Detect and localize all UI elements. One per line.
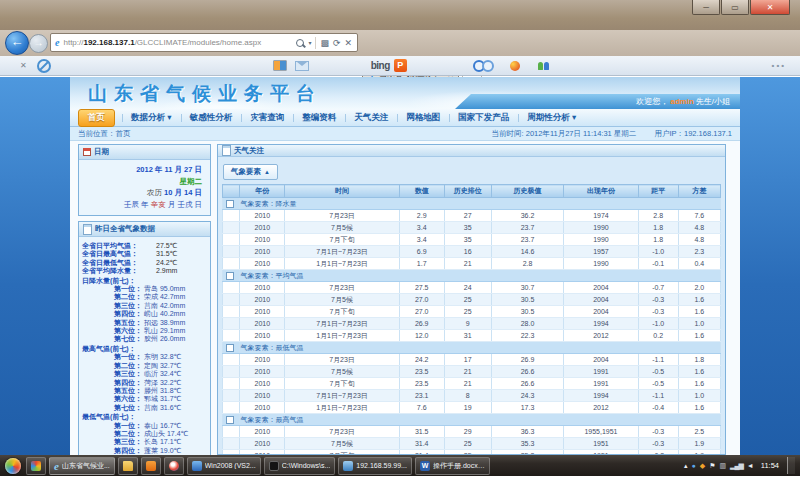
yesterday-panel-header: 昨日全省气象数据 xyxy=(79,222,210,237)
table-row: 20107月23日24.21726.92004-1.11.8 xyxy=(223,354,721,366)
table-cell: 7月23日 xyxy=(285,354,400,366)
row-checkbox-cell xyxy=(223,390,240,402)
mail-icon[interactable] xyxy=(295,61,309,71)
rank-line: 第二位：成山头 17.4℃ xyxy=(82,430,207,438)
nav-item[interactable]: 网格地图 xyxy=(397,110,449,126)
table-cell: 1.8 xyxy=(638,234,678,246)
table-cell: 3.4 xyxy=(399,222,444,234)
taskbar-button-cmd[interactable]: C:\Windows\s... xyxy=(264,457,336,475)
url-dropdown-icon[interactable]: ▾ xyxy=(308,39,311,46)
show-desktop-button[interactable] xyxy=(787,457,795,474)
taskbar: 山东省气候业...Win2008 (VS2...C:\Windows\s...1… xyxy=(0,455,800,476)
back-button[interactable]: ← xyxy=(5,31,29,55)
group-row[interactable]: 气象要素：最高气温 xyxy=(223,414,721,426)
display-icon[interactable]: ▥ xyxy=(719,462,726,469)
group-checkbox[interactable] xyxy=(226,272,234,280)
document-icon xyxy=(222,145,231,156)
table-cell: -1.1 xyxy=(638,354,678,366)
rank-label: 第四位： xyxy=(82,379,142,387)
table-header-cell: 时间 xyxy=(285,185,400,198)
page-header: 山东省气候业务平台 欢迎您， admin 先生/小姐 xyxy=(70,77,740,109)
search-icon[interactable] xyxy=(296,39,304,47)
row-checkbox-cell xyxy=(223,318,240,330)
table-cell: 21 xyxy=(444,366,491,378)
stat-label: 全省日最低气温： xyxy=(82,259,156,267)
table-cell: 2004 xyxy=(564,282,639,294)
compatibility-view-icon[interactable]: ▩ xyxy=(320,38,329,48)
address-bar[interactable]: http://192.168.137.1/GLCCLIMATE/modules/… xyxy=(50,33,358,52)
weather-focus-body: 气象要素▲ 年份时间数值历史排位历史极值出现年份距平方差 气象要素：降水量201… xyxy=(218,157,725,455)
table-cell: 1991 xyxy=(564,366,639,378)
row-checkbox-cell xyxy=(223,354,240,366)
start-button[interactable] xyxy=(5,458,21,474)
close-button[interactable]: ✕ xyxy=(750,0,790,15)
stat-line: 全省日最高气温：31.5℃ xyxy=(82,250,207,258)
nav-item[interactable]: 国家下发产品 xyxy=(449,110,518,126)
toolbar-overflow-icon[interactable]: ••• xyxy=(772,61,786,70)
calendar-panel-header: 日期 xyxy=(79,145,210,160)
nav-item[interactable]: 数据分析 ▾ xyxy=(122,110,181,126)
rank-label: 第一位： xyxy=(82,285,142,293)
nav-item[interactable]: 首页 xyxy=(78,109,115,127)
taskbar-button-remote[interactable]: 192.168.59.99... xyxy=(338,457,412,475)
taskbar-button-app-round[interactable] xyxy=(164,457,184,475)
people-icon[interactable] xyxy=(538,62,549,70)
nav-item[interactable]: 周期性分析 ▾ xyxy=(518,110,585,126)
table-row: 20107月1日~7月23日6.91614.61957-1.02.3 xyxy=(223,246,721,258)
group-row[interactable]: 气象要素：降水量 xyxy=(223,198,721,210)
nav-item[interactable]: 整编资料 xyxy=(293,110,345,126)
table-cell: 31.4 xyxy=(399,438,444,450)
security-shield-icon[interactable]: ◆ xyxy=(700,462,705,469)
table-cell: 1.6 xyxy=(678,366,720,378)
nav-item[interactable]: 天气关注 xyxy=(345,110,397,126)
table-cell: 35 xyxy=(444,234,491,246)
group-checkbox[interactable] xyxy=(226,200,234,208)
taskbar-button-app-orange[interactable] xyxy=(141,457,161,475)
taskbar-clock[interactable]: 11:54 xyxy=(761,461,779,470)
bing-logo[interactable]: bing xyxy=(371,60,390,71)
action-center-flag-icon[interactable]: ⚑ xyxy=(709,462,715,469)
url-text: http://192.168.137.1/GLCCLIMATE/modules/… xyxy=(63,38,291,47)
network-globe-icon[interactable]: ● xyxy=(692,462,696,469)
group-row[interactable]: 气象要素：平均气温 xyxy=(223,270,721,282)
nav-item[interactable]: 灾害查询 xyxy=(241,110,293,126)
taskbar-button-word[interactable]: 操作手册.docx ... xyxy=(415,457,490,475)
table-cell: -1.1 xyxy=(638,390,678,402)
images-icon[interactable] xyxy=(273,60,287,71)
taskbar-button-pinned[interactable] xyxy=(26,457,46,475)
group-checkbox[interactable] xyxy=(226,344,234,352)
table-cell: 7月5候 xyxy=(285,294,400,306)
table-cell: 2010 xyxy=(240,354,285,366)
group-checkbox[interactable] xyxy=(226,416,234,424)
volume-icon[interactable]: ◄ xyxy=(747,462,754,469)
rank-line: 第四位：菏泽 32.2℃ xyxy=(82,379,207,387)
blocked-icon[interactable] xyxy=(37,59,51,73)
sparkle-icon[interactable] xyxy=(510,61,520,71)
stop-icon[interactable]: ✕ xyxy=(344,38,352,48)
p-app-icon[interactable] xyxy=(394,59,407,72)
rank-value: 滕州 31.8℃ xyxy=(144,387,181,395)
table-cell: 24.3 xyxy=(491,390,563,402)
rank-line: 第一位：泰山 16.7℃ xyxy=(82,422,207,430)
table-header-cell: 数值 xyxy=(399,185,444,198)
group-row[interactable]: 气象要素：最低气温 xyxy=(223,342,721,354)
table-cell: 1.0 xyxy=(678,390,720,402)
table-cell: -0.4 xyxy=(638,402,678,414)
taskbar-button-folder[interactable] xyxy=(118,457,138,475)
network-bars-icon[interactable]: ▂▄▆ xyxy=(730,462,743,469)
circles-icon[interactable] xyxy=(473,60,494,72)
hidden-icons-arrow-icon[interactable]: ▴ xyxy=(684,462,688,469)
taskbar-button-app-blue[interactable]: Win2008 (VS2... xyxy=(187,457,261,475)
toolbar-close-icon[interactable]: ✕ xyxy=(20,61,27,70)
refresh-icon[interactable]: ⟳ xyxy=(333,38,341,48)
maximize-button[interactable]: ▭ xyxy=(721,0,749,15)
rank-line: 第六位：郓城 31.7℃ xyxy=(82,395,207,403)
table-cell: 2012 xyxy=(564,330,639,342)
forward-button[interactable]: → xyxy=(29,34,48,53)
nav-item[interactable]: 敏感性分析 xyxy=(181,110,242,126)
table-row: 20101月1日~7月23日12.03122.320120.21.6 xyxy=(223,330,721,342)
taskbar-button-ie[interactable]: 山东省气候业... xyxy=(49,457,115,475)
table-row: 20107月5候3.43523.719901.84.8 xyxy=(223,222,721,234)
minimize-button[interactable]: ─ xyxy=(692,0,720,15)
element-filter-button[interactable]: 气象要素▲ xyxy=(223,164,278,180)
